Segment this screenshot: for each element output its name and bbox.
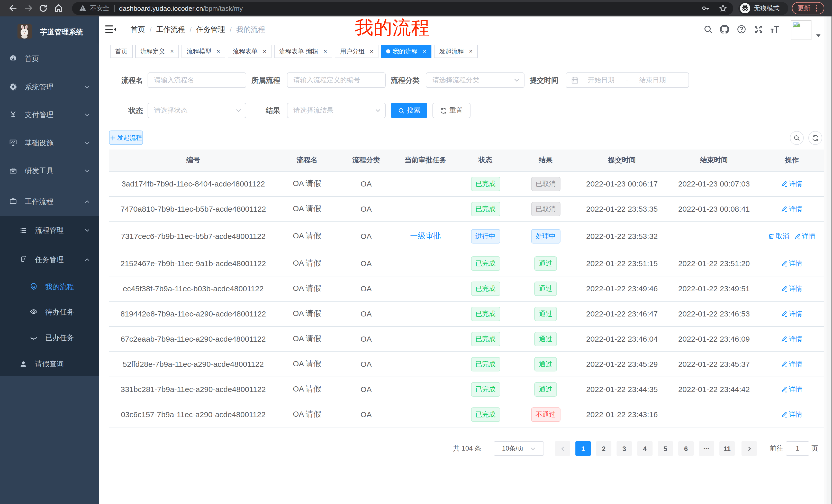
- sidebar-item-流程管理[interactable]: 流程管理: [0, 216, 99, 244]
- sidebar-item-已办任务[interactable]: 已办任务: [0, 324, 99, 352]
- tab-首页[interactable]: 首页: [110, 45, 133, 58]
- sidebar-item-工作流程[interactable]: 工作流程: [0, 187, 99, 215]
- cell-category: OA: [337, 327, 396, 351]
- tab-close-icon[interactable]: ×: [469, 48, 473, 54]
- browser-forward-icon[interactable]: [24, 4, 33, 13]
- cell-process-name: OA 请假: [278, 402, 337, 427]
- sidebar-item-任务管理[interactable]: 任务管理: [0, 245, 99, 273]
- table-row: 52ffd28e-7b9a-11ec-a290-acde48001122OA 请…: [109, 352, 824, 377]
- browser-back-icon[interactable]: [9, 4, 18, 13]
- search-button[interactable]: 搜索: [391, 103, 427, 118]
- pagination-page-6[interactable]: 6: [678, 441, 694, 456]
- tab-用户分组[interactable]: 用户分组×: [335, 45, 379, 58]
- text-size-icon[interactable]: [770, 25, 781, 34]
- header-search-icon[interactable]: [703, 25, 713, 34]
- sidebar-item-研发工具[interactable]: 研发工具: [0, 157, 99, 185]
- not-secure-warning-icon: [79, 4, 87, 12]
- status-badge: 已完成: [471, 407, 500, 422]
- create-process-button[interactable]: 发起流程: [109, 131, 143, 145]
- sidebar-item-基础设施[interactable]: 基础设施: [0, 129, 99, 157]
- breadcrumb-item[interactable]: 工作流程: [156, 25, 185, 33]
- cell-submit-time: 2022-01-22 23:43:16: [576, 402, 668, 427]
- help-icon[interactable]: [737, 25, 746, 34]
- detail-link[interactable]: 详情: [781, 385, 802, 394]
- tab-close-icon[interactable]: ×: [323, 48, 327, 54]
- detail-link[interactable]: 详情: [795, 231, 815, 241]
- column-header: 当前审批任务: [396, 149, 455, 171]
- github-icon[interactable]: [720, 25, 729, 34]
- breadcrumb-item[interactable]: 首页: [131, 25, 145, 33]
- filter-result-select[interactable]: 请选择流结果: [287, 103, 385, 118]
- active-tab-dot: [386, 49, 390, 53]
- filter-time-range[interactable]: 开始日期 - 结束日期: [566, 73, 689, 88]
- sidebar-fold-icon[interactable]: [105, 24, 116, 34]
- tab-我的流程[interactable]: 我的流程×: [381, 45, 432, 58]
- cell-category: OA: [337, 276, 396, 301]
- robot-icon: [30, 283, 37, 290]
- tab-close-icon[interactable]: ×: [263, 48, 266, 54]
- browser-update-button[interactable]: 更新: [792, 2, 824, 15]
- breadcrumb-item[interactable]: 任务管理: [197, 25, 225, 33]
- browser-home-icon[interactable]: [54, 4, 63, 13]
- reset-button[interactable]: 重置: [433, 103, 470, 118]
- pagination-page-1[interactable]: 1: [575, 441, 591, 456]
- sidebar-item-请假查询[interactable]: 请假查询: [0, 350, 99, 377]
- avatar[interactable]: [791, 20, 811, 40]
- tab-label: 流程定义: [140, 45, 165, 58]
- cancel-link[interactable]: 取消: [768, 231, 789, 241]
- detail-link[interactable]: 详情: [781, 179, 802, 188]
- pagination-page-11[interactable]: 11: [719, 441, 735, 456]
- pagination-page-2[interactable]: 2: [596, 441, 612, 456]
- avatar-dropdown-caret[interactable]: [816, 34, 821, 37]
- tab-流程模型[interactable]: 流程模型×: [182, 45, 225, 58]
- detail-link[interactable]: 详情: [781, 410, 802, 419]
- pagination-page-5[interactable]: 5: [658, 441, 673, 456]
- pagination-ellipsis[interactable]: •••: [699, 441, 714, 456]
- process-table: 编号流程名流程分类当前审批任务状态结果提交时间结束时间操作3ad174fb-7b…: [109, 149, 824, 427]
- tab-close-icon[interactable]: ×: [170, 48, 174, 54]
- chevron-down-icon: [84, 140, 90, 146]
- chevron-down-icon: [530, 446, 536, 451]
- sidebar-item-待办任务[interactable]: 待办任务: [0, 298, 99, 326]
- detail-link[interactable]: 详情: [781, 259, 802, 268]
- pagination-jump-input[interactable]: 1: [786, 441, 809, 456]
- detail-link[interactable]: 详情: [781, 309, 802, 318]
- sidebar-item-首页[interactable]: 首页: [0, 45, 99, 72]
- tab-close-icon[interactable]: ×: [423, 48, 426, 54]
- tree-icon: [20, 255, 27, 263]
- key-icon[interactable]: [701, 4, 710, 12]
- tab-流程表单[interactable]: 流程表单×: [228, 45, 271, 58]
- tab-close-icon[interactable]: ×: [370, 48, 373, 54]
- tab-label: 发起流程: [439, 45, 464, 58]
- tab-流程定义[interactable]: 流程定义×: [135, 45, 179, 58]
- bookmark-star-icon[interactable]: [719, 4, 727, 12]
- browser-menu-icon[interactable]: [813, 5, 820, 12]
- column-header: 提交时间: [576, 149, 668, 171]
- toolbar-refresh-button[interactable]: [808, 131, 822, 145]
- detail-link[interactable]: 详情: [781, 284, 802, 293]
- cell-current-task-link[interactable]: 一级审批: [410, 231, 441, 241]
- cell-process-id: 67c2eaab-7b9a-11ec-a290-acde48001122: [109, 327, 278, 351]
- cell-submit-time: 2022-01-22 23:46:47: [576, 301, 668, 326]
- tab-发起流程[interactable]: 发起流程×: [434, 45, 478, 58]
- detail-link[interactable]: 详情: [781, 359, 802, 369]
- fullscreen-icon[interactable]: [754, 25, 763, 34]
- page-size-select[interactable]: 10条/页: [494, 441, 544, 456]
- detail-link[interactable]: 详情: [781, 204, 802, 214]
- detail-link[interactable]: 详情: [781, 334, 802, 343]
- pagination-next-button[interactable]: [742, 441, 757, 456]
- sidebar-item-支付管理[interactable]: 支付管理: [0, 101, 99, 128]
- browser-address-bar[interactable]: 不安全 dashboard.yudao.iocoder.cn/bpm/task/…: [72, 2, 733, 15]
- pagination-page-3[interactable]: 3: [617, 441, 632, 456]
- pagination-page-4[interactable]: 4: [637, 441, 653, 456]
- pagination-prev-button[interactable]: [555, 441, 570, 456]
- app-logo-area[interactable]: 芋道管理系统: [0, 21, 99, 43]
- cell-category: OA: [337, 301, 396, 326]
- cell-end-time: [668, 402, 760, 427]
- sidebar-item-我的流程[interactable]: 我的流程: [0, 273, 99, 300]
- tab-close-icon[interactable]: ×: [216, 48, 220, 54]
- tab-流程表单-编辑[interactable]: 流程表单-编辑×: [274, 45, 332, 58]
- browser-reload-icon[interactable]: [38, 4, 48, 13]
- toolbar-search-button[interactable]: [789, 131, 803, 145]
- sidebar-item-系统管理[interactable]: 系统管理: [0, 73, 99, 101]
